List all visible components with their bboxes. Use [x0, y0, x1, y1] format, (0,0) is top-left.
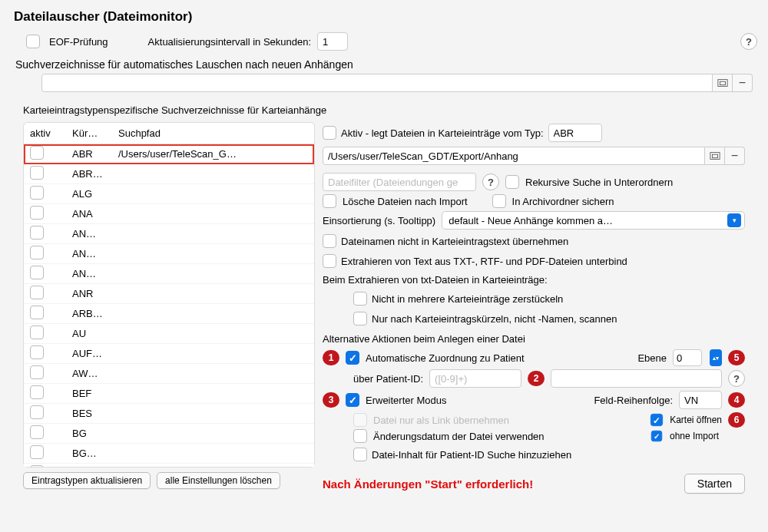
sort-select[interactable]: default - Neue Anhänge kommen a… ▾ — [442, 211, 745, 230]
row-aktiv-check[interactable] — [30, 206, 44, 220]
row-aktiv-check[interactable] — [30, 325, 44, 339]
row-aktiv-check[interactable] — [30, 146, 44, 160]
row-aktiv-check[interactable] — [30, 226, 44, 240]
ext-mode-check[interactable]: ✓ — [346, 393, 359, 407]
row-kuerzel: ABR… — [72, 168, 118, 180]
table-row[interactable]: ABR… — [24, 164, 314, 184]
moddate-check[interactable] — [353, 429, 367, 443]
content-search-check[interactable] — [353, 448, 367, 461]
field-order-label: Feld-Reihenfolge: — [594, 395, 673, 406]
row-aktiv-check[interactable] — [30, 345, 44, 359]
ebene-label: Ebene — [637, 352, 667, 364]
row-aktiv-check[interactable] — [30, 425, 44, 439]
extract-opt1-label: Nicht in mehrere Karteieinträge zerstück… — [372, 293, 563, 305]
table-row[interactable]: BG — [24, 424, 314, 444]
table-row[interactable]: BEF — [24, 384, 314, 404]
chevron-updown-icon: ▾ — [727, 213, 741, 227]
patid-help-icon[interactable]: ? — [728, 370, 745, 387]
archive-check[interactable] — [492, 194, 506, 208]
row-aktiv-check[interactable] — [30, 266, 44, 279]
path-browse-icon[interactable] — [705, 147, 725, 165]
delete-after-label: Lösche Dateien nach Import — [343, 196, 468, 207]
row-aktiv-check[interactable] — [30, 465, 44, 467]
no-filename-label: Dateinamen nicht in Karteieintragstext ü… — [341, 236, 568, 247]
row-aktiv-check[interactable] — [30, 365, 44, 379]
row-aktiv-check[interactable] — [30, 306, 44, 319]
browse-icon[interactable] — [713, 74, 733, 92]
delete-after-check[interactable] — [323, 194, 336, 208]
interval-label: Aktualisierungsintervall in Sekunden: — [148, 36, 311, 48]
eof-check[interactable] — [26, 35, 40, 48]
archive-label: In Archivordner sichern — [512, 196, 614, 207]
table-row[interactable]: ABR/Users/user/TeleScan_G… — [24, 144, 314, 164]
row-kuerzel: BG… — [72, 448, 118, 459]
start-button[interactable]: Starten — [684, 474, 745, 494]
table-row[interactable]: ANA — [24, 204, 314, 224]
recursive-check[interactable] — [505, 175, 519, 189]
row-suchpfad: /Users/user/TeleScan_G… — [118, 148, 308, 160]
extract-head: Beim Extrahieren von txt-Dateien in Kart… — [323, 274, 745, 286]
interval-input[interactable] — [317, 32, 348, 51]
table-row[interactable]: ALG — [24, 184, 314, 204]
table-row[interactable]: BES — [24, 404, 314, 424]
row-aktiv-check[interactable] — [30, 246, 44, 259]
row-aktiv-check[interactable] — [30, 445, 44, 459]
table-row[interactable]: AUF… — [24, 344, 314, 364]
extract-opt2-check[interactable] — [353, 312, 367, 325]
row-aktiv-check[interactable] — [30, 385, 44, 399]
aktiv-check[interactable] — [323, 126, 336, 140]
ebene-stepper[interactable]: 0 — [673, 349, 702, 366]
row-aktiv-check[interactable] — [30, 166, 44, 180]
row-kuerzel: BES — [72, 408, 118, 419]
sort-select-value: default - Neue Anhänge kommen a… — [449, 215, 723, 226]
aktiv-type-input[interactable] — [548, 124, 602, 142]
patid-input[interactable] — [429, 369, 521, 388]
kartei-open-label: Kartei öffnen — [670, 415, 722, 425]
ohne-import-check[interactable]: ✓ — [651, 431, 662, 441]
patid-extra-input[interactable] — [551, 369, 722, 388]
group-title: Karteieintragstypenspezifische Suchverze… — [23, 104, 745, 116]
searchdirs-label: Suchverzeichnisse für automatisches Laus… — [15, 58, 757, 71]
col-aktiv[interactable]: aktiv — [30, 127, 72, 139]
extract-opt1-check[interactable] — [353, 292, 367, 306]
ext-mode-label: Erweiterter Modus — [366, 395, 446, 406]
table-row[interactable]: AN… — [24, 224, 314, 244]
annotation-2: 2 — [528, 371, 545, 386]
col-suchpfad[interactable]: Suchpfad — [118, 127, 308, 139]
table-row[interactable]: BIO — [24, 464, 314, 467]
col-kuerzel[interactable]: Kür… — [72, 127, 118, 139]
sort-label: Einsortierung (s. Tooltipp) — [323, 215, 435, 226]
remove-button[interactable]: − — [733, 74, 753, 92]
field-order-input[interactable] — [679, 391, 722, 409]
help-icon[interactable]: ? — [740, 33, 757, 50]
auto-assign-check[interactable]: ✓ — [346, 351, 359, 365]
no-filename-check[interactable] — [323, 234, 336, 248]
recursive-label: Rekursive Suche in Unterordnern — [525, 177, 673, 188]
row-kuerzel: AUF… — [72, 348, 118, 359]
row-aktiv-check[interactable] — [30, 186, 44, 200]
searchdirs-input[interactable] — [41, 74, 713, 92]
row-aktiv-check[interactable] — [30, 405, 44, 419]
row-aktiv-check[interactable] — [30, 286, 44, 299]
stepper-updown-icon[interactable]: ▴▾ — [710, 349, 722, 366]
path-remove-button[interactable]: − — [725, 147, 745, 165]
table-row[interactable]: ANR — [24, 284, 314, 304]
table-row[interactable]: AU — [24, 324, 314, 344]
patid-label: über Patient-ID: — [353, 373, 423, 385]
extract-check[interactable] — [323, 254, 336, 268]
table-row[interactable]: ARB… — [24, 304, 314, 324]
row-kuerzel: AN… — [72, 268, 118, 279]
clear-all-button[interactable]: alle Einstellungen löschen — [157, 472, 280, 489]
filter-help-icon[interactable]: ? — [482, 173, 499, 190]
kartei-open-check[interactable]: ✓ — [650, 414, 663, 426]
table-row[interactable]: BG… — [24, 444, 314, 464]
table-row[interactable]: AN… — [24, 264, 314, 284]
path-input[interactable] — [323, 147, 705, 165]
table-row[interactable]: AN… — [24, 244, 314, 264]
refresh-types-button[interactable]: Eintragstypen aktualisieren — [23, 472, 151, 489]
row-kuerzel: AW… — [72, 368, 118, 379]
filter-input[interactable] — [323, 173, 476, 191]
annotation-3: 3 — [323, 392, 339, 408]
table-row[interactable]: AW… — [24, 364, 314, 384]
ebene-value: 0 — [677, 352, 682, 364]
